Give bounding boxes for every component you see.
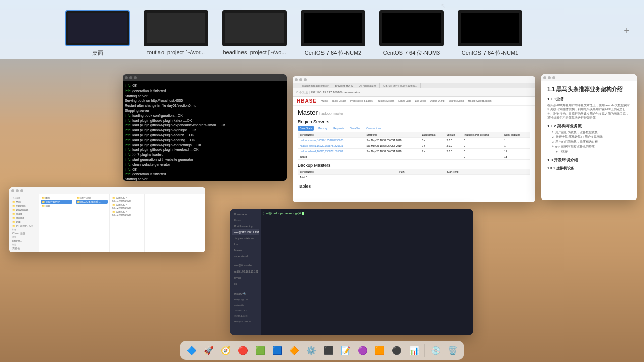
dock-textedit-icon[interactable]: 📝 xyxy=(338,343,353,358)
doc-p1: 在头条APP海量用户与海量文章之上，使用lambda大数据实时和离线计算整体架构… xyxy=(547,103,631,120)
dock-launchpad-icon[interactable]: 🚀 xyxy=(201,343,216,358)
desktop-thumb-4[interactable]: CentOS 7 64 位-NUM2 xyxy=(301,10,365,57)
master-heading: Master hadoop-master xyxy=(298,109,530,116)
doc-h2-2: 1.1.2 架构与业务流 xyxy=(547,123,631,129)
dock-vmware-icon[interactable]: 💿 xyxy=(428,343,443,358)
dock-chrome-icon[interactable]: 🔴 xyxy=(235,343,251,358)
dock-activity-icon[interactable]: 📊 xyxy=(407,343,422,358)
terminal-output: info: OKinfo: generation is finishedStar… xyxy=(123,81,287,181)
doc-h3: 1.3.1 虚拟机设备 xyxy=(547,166,631,171)
browser-tabs[interactable]: Master: hadoop-masterBrowsing HDFSAll Ap… xyxy=(293,83,535,88)
dock-pycharm-icon[interactable]: 🟩 xyxy=(253,343,268,358)
finder-columns: 📁 图片📁 视频方案数据📁 epg 📁 课件说明📁 黑马头条推荐系... 📁 C… xyxy=(39,194,205,252)
terminal-window-gitbook[interactable]: info: OKinfo: generation is finishedStar… xyxy=(123,74,287,181)
finder-col-2[interactable]: 📁 课件说明📁 黑马头条推荐系... xyxy=(74,194,110,252)
dock[interactable]: 🔷🚀🧭🔴🟩🟦🔶⚙️⬛📝🟣🟧⚫📊💿🗑️ xyxy=(180,341,464,360)
desktop-thumb-3[interactable]: headlines_project [~/wo... xyxy=(222,10,287,55)
doc-h2-3: 1.3 开发环境介绍 xyxy=(547,157,631,163)
ssh-window[interactable]: BookmarksHostsPort Forwardingroot@192.16… xyxy=(230,209,473,335)
dock-finder-icon[interactable]: 🔷 xyxy=(184,343,199,358)
desktop-thumb-2[interactable]: toutiao_project [~/wor... xyxy=(144,10,208,55)
hbase-nav[interactable]: HomeTable DetailsProcedures & LocksProce… xyxy=(317,98,496,104)
dock-safari-icon[interactable]: 🧭 xyxy=(218,343,233,358)
titlebar[interactable] xyxy=(293,76,535,83)
finder-window[interactable]: 个人收藏📁 桌面📁 Volumes📁 Downloads📁 itcast📁 it… xyxy=(9,187,205,252)
dock-mindnode-icon[interactable]: 🔶 xyxy=(287,343,302,358)
hbase-logo: HBASE xyxy=(297,98,317,104)
region-servers-heading: Region Servers xyxy=(298,119,530,124)
add-desktop-button[interactable]: + xyxy=(624,25,630,37)
url-bar[interactable]: ⟲ 不安全 | 192.168.19.137:16010/master-stat… xyxy=(293,88,535,97)
desktop-thumb-1[interactable]: 桌面 xyxy=(65,10,130,57)
browser-window-hbase[interactable]: Master: hadoop-masterBrowsing HDFSAll Ap… xyxy=(293,76,535,202)
doc-list: 用户的行为收集，业务数据收集批量计算(离线计算)：用户文章画像用户的召回结果，排… xyxy=(547,130,631,154)
finder-col-3[interactable]: 📁 CentOS 7 64...1.vmwarevm📁 CentOS 7 64.… xyxy=(110,194,145,252)
region-servers-table: ServerNameStart timeLast contactVersionR… xyxy=(298,132,530,160)
titlebar[interactable] xyxy=(123,74,287,81)
dock-obs-icon[interactable]: ⚫ xyxy=(389,343,405,358)
titlebar[interactable] xyxy=(9,187,205,194)
finder-sidebar[interactable]: 个人收藏📁 桌面📁 Volumes📁 Downloads📁 itcast📁 it… xyxy=(9,194,39,252)
ssh-sidebar[interactable]: BookmarksHostsPort Forwardingroot@192.16… xyxy=(230,209,261,335)
titlebar[interactable] xyxy=(541,74,637,81)
mission-control-bar: 桌面 toutiao_project [~/wor... headlines_p… xyxy=(0,0,644,59)
dock-terminal-icon[interactable]: ⬛ xyxy=(321,343,336,358)
finder-col-1[interactable]: 📁 图片📁 视频方案数据📁 epg xyxy=(39,194,74,252)
tables-heading: Tables xyxy=(298,184,530,189)
doc-body: 1.1 黑马头条推荐业务架构介绍 1.1.1业务 在头条APP海量用户与海量文章… xyxy=(541,81,637,176)
desktop-thumb-5[interactable]: CentOS 7 64 位-NUM3 xyxy=(379,10,444,57)
backup-table: ServerNamePortStart TimeTotal:0 xyxy=(298,169,530,180)
dock-preferences-icon[interactable]: ⚙️ xyxy=(304,343,319,358)
desktop-thumb-6[interactable]: CentOS 7 64 位-NUM1 xyxy=(458,10,522,57)
dock-word-icon[interactable]: 🟦 xyxy=(270,343,285,358)
backup-masters-heading: Backup Masters xyxy=(298,163,530,168)
document-window[interactable]: 1.1 黑马头条推荐业务架构介绍 1.1.1业务 在头条APP海量用户与海量文章… xyxy=(541,74,637,200)
doc-h2-1: 1.1.1业务 xyxy=(547,96,631,102)
dock-trash-icon[interactable]: 🗑️ xyxy=(445,343,460,358)
dock-discord-icon[interactable]: 🟣 xyxy=(355,343,370,358)
ssh-terminal[interactable]: [root@hadoop-master logs]# xyxy=(261,209,473,335)
doc-h1: 1.1 黑马头条推荐业务架构介绍 xyxy=(547,85,631,93)
dock-todoist-icon[interactable]: 🟧 xyxy=(372,343,387,358)
region-tabs[interactable]: Base StatsMemoryRequestsStorefilesCompac… xyxy=(298,126,530,131)
